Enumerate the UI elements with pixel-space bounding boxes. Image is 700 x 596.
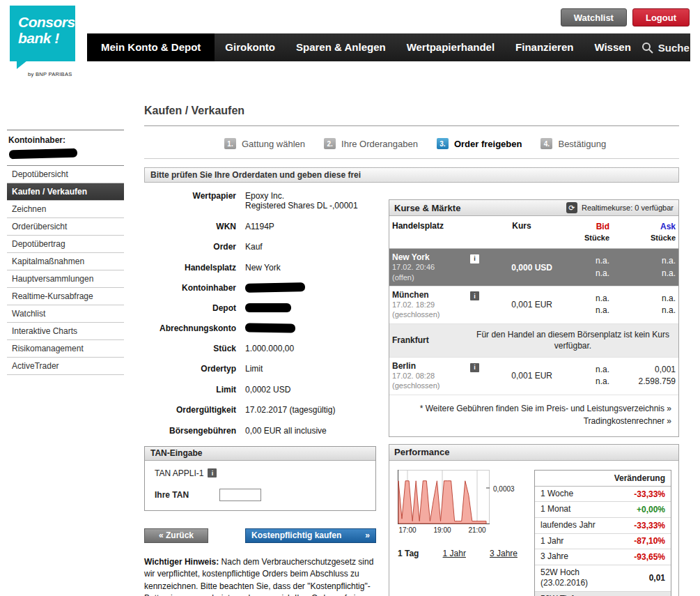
search-label: Suche	[658, 42, 690, 54]
info-icon[interactable]: i	[208, 468, 217, 477]
nav-finanzieren[interactable]: Finanzieren	[505, 33, 584, 61]
step-number: 1.	[224, 138, 236, 149]
detail-row-order: Order Kauf	[144, 242, 376, 252]
important-notice: Wichtiger Hinweis: Nach dem Verbrauchers…	[144, 556, 376, 596]
market-column: Kurse & Märkte ⟳ Realtimekurse: 0 verfüg…	[389, 199, 679, 596]
nav-wissen[interactable]: Wissen	[584, 33, 641, 61]
step-gattung-waehlen: 1. Gattung wählen	[224, 138, 305, 149]
step-number: 4.	[540, 138, 552, 149]
logo-text: Consors	[18, 14, 75, 30]
refresh-icon[interactable]: ⟳	[566, 202, 577, 213]
sidebar-item-interaktive-charts[interactable]: Interaktive Charts	[7, 323, 124, 340]
detail-row-ordergueltigkeit: Ordergültigkeit 17.02.2017 (tagesgültig)	[144, 405, 376, 415]
redacted-account-holder	[9, 148, 77, 160]
perf-row-1-jahr: 1 Jahr -87,10%	[535, 534, 671, 550]
session-buttons: Watchlist Logout	[561, 8, 690, 26]
step-order-freigeben: 3. Order freigeben	[437, 138, 522, 149]
info-icon[interactable]: i	[470, 254, 479, 263]
nav-mein-konto-depot[interactable]: Mein Konto & Depot	[87, 33, 215, 61]
kurse-row-new-york[interactable]: New York 17.02. 20:46 (offen) i 0,000 US…	[389, 249, 678, 286]
kurse-maerkte-title: Kurse & Märkte	[394, 203, 460, 213]
nav-search[interactable]: Suche	[641, 33, 700, 61]
detail-row-limit: Limit 0,0002 USD	[144, 385, 376, 395]
info-icon[interactable]: i	[470, 363, 479, 372]
step-number: 3.	[437, 138, 449, 149]
detail-row-handelsplatz: Handelsplatz New York	[144, 263, 376, 273]
detail-row-wertpapier: Wertpapier Epoxy Inc. Registered Shares …	[144, 191, 376, 211]
period-1-tag[interactable]: 1 Tag	[398, 549, 419, 558]
order-details: Wertpapier Epoxy Inc. Registered Shares …	[144, 191, 376, 596]
kurse-row-muenchen[interactable]: München 17.02. 18:29 (geschlossen) i 0,0…	[389, 286, 678, 324]
detail-row-wkn: WKN A1194P	[144, 222, 376, 231]
sidebar-item-hauptversammlungen[interactable]: Hauptversammlungen	[7, 270, 124, 288]
redacted-depot	[245, 303, 291, 312]
account-holder-label: Kontoinhaber:	[7, 135, 124, 145]
detail-row-abrechnungskonto: Abrechnungskonto	[144, 323, 376, 333]
intraday-chart: 0,0003	[398, 470, 531, 524]
perf-row-1-monat: 1 Monat +0,00%	[535, 502, 671, 518]
chart-x-ticks: 17:00 19:00 21:00	[398, 526, 490, 536]
main-content: Kaufen / Verkaufen 1. Gattung wählen 2. …	[144, 105, 679, 596]
preis-leistungsverzeichnis-link[interactable]: * Weitere Gebühren finden Sie im Preis- …	[396, 402, 671, 415]
performance-title: Performance	[394, 447, 449, 457]
tradingkostenrechner-link[interactable]: Tradingkostenrechner »	[396, 415, 671, 428]
logo-byline: by BNP PARIBAS	[28, 71, 79, 77]
sidebar-item-watchlist[interactable]: Watchlist	[7, 305, 124, 323]
info-icon[interactable]: i	[470, 291, 479, 300]
veraenderung-header: Veränderung	[535, 471, 671, 487]
perf-row-laufendes-jahr: laufendes Jahr -33,33%	[535, 518, 671, 534]
perf-row-52w-tief: 52W Tief (25.01.2017) 0,00	[535, 592, 671, 596]
search-icon	[641, 42, 653, 54]
nav-sparen-anlegen[interactable]: Sparen & Anlegen	[286, 33, 396, 61]
section-title: Bitte prüfen Sie Ihre Orderdaten und geb…	[144, 167, 679, 183]
logo-tail	[17, 61, 27, 69]
kurse-table-header: Handelsplatz Kurs Bid Stücke Ask Stücke	[389, 216, 678, 249]
sidebar-item-depotuebersicht[interactable]: Depotübersicht	[7, 166, 124, 183]
sidebar: Kontoinhaber: Depotübersicht Kaufen / Ve…	[7, 130, 124, 375]
step-number: 2.	[324, 138, 336, 149]
detail-row-stueck: Stück 1.000.000,00	[144, 344, 376, 353]
sidebar-item-kapitalmassnahmen[interactable]: Kapitalmaßnahmen	[7, 253, 124, 270]
chart-y-label: 0,0003	[493, 485, 515, 493]
sidebar-item-depotuebertrag[interactable]: Depotübertrag	[7, 236, 124, 253]
performance-panel: Performance	[389, 444, 679, 596]
realtime-status: Realtimekurse: 0 verfügbar	[582, 204, 674, 212]
sidebar-item-realtime-kursabfrage[interactable]: Realtime-Kursabfrage	[7, 288, 124, 305]
perf-row-3-jahre: 3 Jahre -93,65%	[535, 549, 671, 565]
veraenderung-table: Veränderung 1 Woche -33,33% 1 Monat +0,0…	[534, 470, 671, 596]
period-1-jahr[interactable]: 1 Jahr	[443, 549, 466, 558]
kurse-row-berlin[interactable]: Berlin 17.02. 08:28 (geschlossen) i 0,00…	[389, 358, 678, 395]
detail-row-depot: Depot	[144, 303, 376, 313]
nav-wertpapierhandel[interactable]: Wertpapierhandel	[396, 33, 505, 61]
redacted-abrechnungskonto	[245, 323, 295, 333]
sidebar-item-orderuebersicht[interactable]: Orderübersicht	[7, 218, 124, 236]
main-nav: Mein Konto & Depot Girokonto Sparen & An…	[87, 33, 690, 61]
nav-girokonto[interactable]: Girokonto	[215, 33, 286, 61]
sidebar-item-kaufen-verkaufen[interactable]: Kaufen / Verkaufen	[7, 183, 124, 201]
sparkline-svg	[398, 470, 490, 524]
logout-button[interactable]: Logout	[632, 8, 690, 26]
no-quote-message: Für den Handel an diesem Börsenplatz ist…	[470, 328, 676, 354]
tan-label: Ihre TAN	[155, 490, 219, 500]
perf-row-1-woche: 1 Woche -33,33%	[535, 487, 671, 503]
tan-method: TAN APPLI-1	[155, 468, 203, 478]
step-bestaetigung: 4. Bestätigung	[540, 138, 606, 149]
consorsbank-logo[interactable]: Consors bank ! by BNP PARIBAS	[10, 6, 79, 77]
sidebar-item-risikomanagement[interactable]: Risikomanagement	[7, 340, 124, 358]
sidebar-item-activetrader[interactable]: ActiveTrader	[7, 358, 124, 375]
fee-footnote: * Weitere Gebühren finden Sie im Preis- …	[389, 395, 678, 436]
kurse-maerkte-panel: Kurse & Märkte ⟳ Realtimekurse: 0 verfüg…	[389, 199, 679, 437]
perf-row-52w-hoch: 52W Hoch (23.02.2016) 0,01	[535, 565, 671, 592]
sidebar-item-zeichnen[interactable]: Zeichnen	[7, 201, 124, 218]
tan-box-title: TAN-Eingabe	[145, 447, 375, 461]
step-ihre-orderangaben: 2. Ihre Orderangaben	[324, 138, 418, 149]
order-steps: 1. Gattung wählen 2. Ihre Orderangaben 3…	[144, 126, 679, 159]
redacted-kontoinhaber	[245, 282, 305, 292]
kurse-row-frankfurt[interactable]: Frankfurt Für den Handel an diesem Börse…	[389, 324, 678, 358]
watchlist-button[interactable]: Watchlist	[561, 8, 627, 26]
detail-row-boersengebuehren: Börsengebühren 0,00 EUR all inclusive	[144, 426, 376, 436]
back-button[interactable]: « Zurück	[144, 528, 208, 543]
buy-button[interactable]: Kostenpflichtig kaufen »	[245, 528, 376, 543]
period-3-jahre[interactable]: 3 Jahre	[490, 549, 518, 558]
tan-input[interactable]	[219, 489, 261, 501]
